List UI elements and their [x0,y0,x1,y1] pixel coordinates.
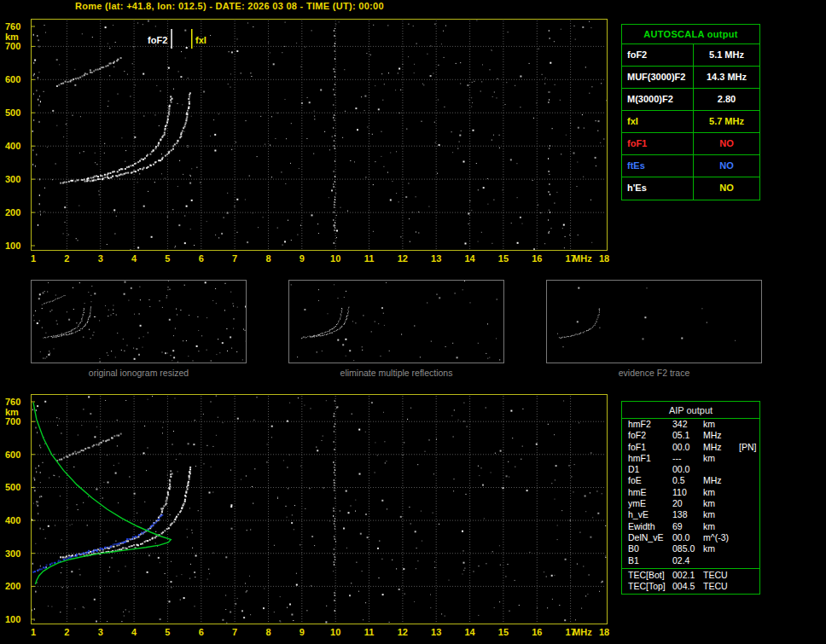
parameter-value: 14.3 MHz [694,67,759,88]
aip-row-d1: D100.0 [622,464,759,475]
aip-unit: km [703,509,739,520]
x-tick-label: 15 [494,627,513,637]
aip-row-b0: B0085.0km [622,543,759,554]
aip-row-yme: ymE20km [622,498,759,509]
parameter-value: 5.7 MHz [694,111,759,132]
thumbnail-caption-3: evidence F2 trace [546,368,762,378]
aip-value: 0.5 [672,475,703,486]
parameter-name: foF2 [622,44,694,66]
y-tick-label: 300 [5,548,29,559]
x-axis-unit: MHz [570,627,594,637]
aip-value: 69 [672,521,703,532]
aip-value: 05.1 [672,430,703,441]
x-tick-label: 2 [57,627,76,637]
aip-name: hmF1 [628,453,672,464]
aip-value: 110 [672,487,703,498]
x-tick-label: 6 [192,253,211,264]
x-tick-label: 4 [125,253,143,264]
x-tick-label: 16 [527,627,546,637]
x-tick-label: 2 [57,253,76,264]
y-tick-label: 600 [5,74,29,84]
aip-unit: TECU [703,570,739,581]
aip-name: TEC[Top] [628,581,672,592]
x-tick-label: 18 [595,627,614,637]
autoscala-row-hes: h'EsNO [622,177,759,200]
y-tick-label: 700 [5,416,29,426]
aip-unit: km [703,543,739,554]
aip-unit: MHz [703,430,739,441]
x-tick-label: 11 [360,253,379,264]
aip-row-delnve: DelN_vE00.0m^(-3) [622,532,759,543]
aip-value: 20 [672,498,703,509]
aip-extra [739,543,759,554]
aip-name: ymE [628,498,672,509]
y-tick-label: 100 [5,241,29,251]
aip-value: 342 [672,419,703,430]
thumb-1-canvas [289,281,503,363]
thumbnail-f2-trace-evidence [546,280,762,363]
x-tick-label: 10 [326,627,345,637]
thumbnail-original-ionogram [31,280,247,363]
autoscala-table-body: foF25.1 MHzMUF(3000)F214.3 MHzM(3000)F22… [622,44,759,200]
aip-value: 002.1 [672,570,703,581]
y-tick-label: 760 [5,397,29,407]
aip-extra [739,532,759,543]
y-tick-label: 200 [5,581,29,591]
x-tick-label: 4 [125,627,143,637]
aip-name: foF1 [628,442,672,453]
aip-unit: km [703,419,739,430]
aip-table-title: AIP output [622,402,759,419]
aip-value: 004.5 [672,581,703,592]
x-axis-unit: MHz [570,253,594,264]
autoscala-row-m3000f2: M(3000)F22.80 [622,89,759,111]
aip-extra [739,521,759,532]
aip-unit: km [703,487,739,498]
y-tick-label: 400 [5,515,29,525]
svg-text:fxI: fxI [195,35,206,45]
aip-row-fof2: foF205.1MHz [622,430,759,441]
aip-row-hve: h_vE138km [622,509,759,520]
aip-row-hmf1: hmF1---km [622,453,759,464]
aip-name: DelN_vE [628,532,672,543]
x-tick-label: 6 [192,627,211,637]
parameter-value: NO [694,155,759,177]
aip-value: 00.0 [672,464,703,475]
aip-name: h_vE [628,509,672,520]
bottom-ionogram-plot: 760km70060050040030020010012345678910111… [31,394,608,624]
x-tick-label: 15 [494,253,513,264]
x-tick-label: 16 [527,253,546,264]
x-tick-label: 1 [24,253,43,264]
x-tick-label: 8 [259,253,277,264]
thumbnail-multiples-removed [288,280,504,363]
aip-extra [739,487,759,498]
x-tick-label: 18 [595,253,614,264]
y-tick-label: 760 [5,21,29,32]
aip-extra [739,555,759,566]
x-tick-label: 9 [293,253,311,264]
thumbnail-caption-1: original ionogram resized [31,368,247,378]
aip-extra [739,509,759,520]
parameter-name: ftEs [622,155,694,177]
aip-unit: MHz [703,475,739,486]
parameter-name: h'Es [622,177,694,200]
x-tick-label: 8 [259,627,277,637]
aip-value: --- [672,453,703,464]
aip-name: hmE [628,487,672,498]
autoscala-row-muf3000f2: MUF(3000)F214.3 MHz [622,67,759,89]
x-tick-label: 14 [461,253,480,264]
page-title: Rome (lat: +41.8, lon: 012.5) - DATE: 20… [75,1,384,11]
aip-row-b1: B102.4 [622,555,759,566]
x-tick-label: 10 [326,253,345,264]
svg-text:foF2: foF2 [148,35,167,45]
aip-extra [739,419,759,430]
aip-row-ewidth: Ewidth69km [622,521,759,532]
aip-unit [703,464,739,475]
x-tick-label: 13 [427,627,445,637]
y-tick-label: 400 [5,141,29,151]
y-tick-label: 300 [5,174,29,184]
aip-unit: m^(-3) [703,532,739,543]
plot-top-canvas: foF2fxI [32,20,607,250]
aip-unit: TECU [703,581,739,592]
parameter-name: foF1 [622,133,694,154]
aip-output-table: AIP output hmF2342kmfoF205.1MHzfoF100.0M… [621,401,760,595]
